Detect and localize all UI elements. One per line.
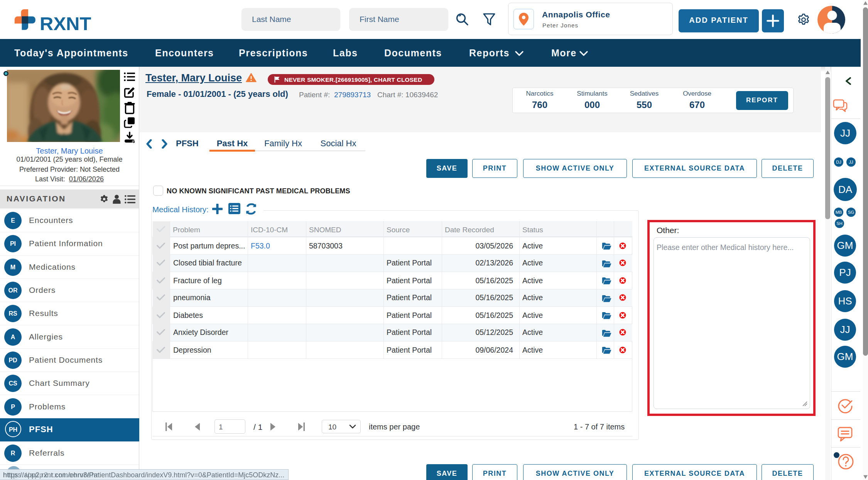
svg-text:RXNT: RXNT	[40, 13, 91, 31]
